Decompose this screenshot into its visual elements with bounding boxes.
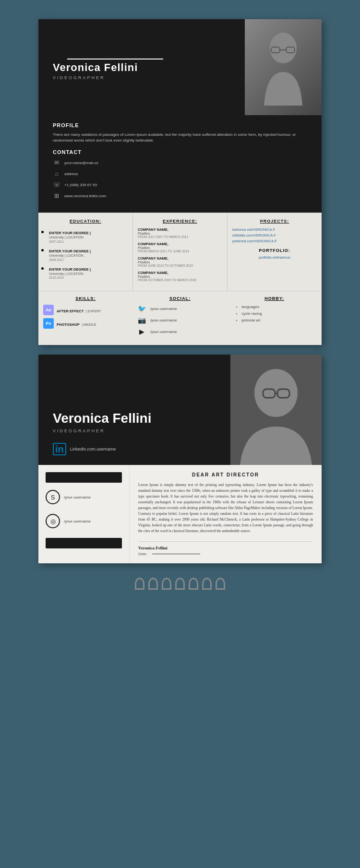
- skill-ps-level: | MIDDLE: [82, 323, 96, 326]
- cover-letter-text: Lorem Ipsum is simply dummy text of the …: [138, 482, 313, 534]
- edu-degree-3: ENTER YOUR DEGREE |: [49, 267, 128, 272]
- edu-sub-3: University | LOCATION: [49, 272, 128, 276]
- card2-title: VIDEOGRAPHER: [53, 428, 221, 433]
- linkedin-icon: in: [53, 443, 66, 455]
- card1-header-text: Veronica Fellini VIDEOGRAPHER: [38, 19, 245, 115]
- exp-company-4: COMPANY NAME,: [138, 271, 222, 275]
- card2-linkedin: in Linkedin.com.username: [53, 443, 221, 455]
- card2-right-panel: DEAR ART DIRECTOR Lorem Ipsum is simply …: [130, 465, 322, 563]
- education-list: ENTER YOUR DEGREE | University | LOCATIO…: [43, 227, 128, 279]
- edu-sub-2: University | LOCATION ,: [49, 253, 128, 258]
- twitter-username: /your-username: [150, 307, 177, 311]
- education-col: EDUCATION: ENTER YOUR DEGREE | Universit…: [38, 213, 133, 291]
- whatsapp-username: /your-username: [64, 519, 91, 523]
- exp-date-2: FROM MARCH 2011 TO JUNE 2013: [138, 250, 222, 253]
- instagram-username: /your-username: [150, 318, 177, 322]
- contact-address-text: address: [64, 172, 78, 176]
- website-icon: ⊞: [53, 192, 60, 200]
- ring-4: [175, 578, 185, 590]
- social-heading: SOCIAL:: [138, 296, 223, 301]
- card1-name: Veronica Fellini: [53, 61, 235, 74]
- email-icon: ✉: [53, 159, 60, 166]
- exp-position-4: Position,: [138, 275, 222, 278]
- skills-row: SKILLS: Ae AFTER EFFECT | EXPERT Ps: [38, 291, 322, 345]
- skype-icon: S: [46, 490, 60, 504]
- signature-name: Veronica Fellini: [138, 546, 313, 550]
- experience-col: EXPERIENCE: COMPANY NAME, Position, FROM…: [133, 213, 228, 291]
- ae-badge: Ae: [43, 305, 54, 315]
- edu-degree-1: ENTER YOUR DEGREE |: [49, 231, 128, 235]
- ps-badge: Ps: [43, 318, 54, 329]
- edu-item-2: ENTER YOUR DEGREE | University | LOCATIO…: [49, 246, 128, 262]
- profile-text: There are many variations of passages of…: [53, 132, 312, 143]
- signature-date: Date.: [138, 552, 313, 556]
- project-link-1[interactable]: behonce.net/VERONICA.F: [232, 227, 317, 232]
- exp-position-2: Position,: [138, 246, 222, 250]
- svg-point-0: [270, 33, 297, 63]
- resume-card-1: Veronica Fellini VIDEOGRAPHER PROFILE Th…: [38, 19, 322, 345]
- social-col: SOCIAL: 🐦 /your-username 📷 /your-usernam…: [133, 296, 228, 345]
- project-link-3[interactable]: pinterest.com/VERONICA.F: [232, 239, 317, 243]
- card2-body: S /your-username ◎ /your-username DEAR A…: [38, 465, 322, 563]
- signature-line: [152, 554, 200, 554]
- linkedin-text: Linkedin.com.username: [70, 447, 116, 452]
- whatsapp-icon: ◎: [46, 514, 60, 528]
- exp-item-2: COMPANY NAME, Position, FROM MARCH 2011 …: [138, 242, 222, 253]
- hobby-heading: HOBBY:: [232, 296, 317, 301]
- social-twitter: 🐦 /your-username: [138, 305, 223, 312]
- hobby-item-2: cycle racing: [241, 311, 317, 316]
- exp-company-3: COMPANY NAME,: [138, 256, 222, 261]
- exp-item-3: COMPANY NAME, Position, FROM JUNE 2013 T…: [138, 256, 222, 267]
- ring-1: [135, 578, 144, 590]
- skill-ae-name: AFTER EFFECT: [57, 309, 84, 313]
- edu-item-3: ENTER YOUR DEGREE | University | LOCATIO…: [49, 264, 128, 280]
- skill-ae: Ae AFTER EFFECT | EXPERT: [43, 305, 128, 315]
- youtube-icon: ▶: [138, 328, 146, 335]
- hobby-item-3: pictorial art: [241, 318, 317, 322]
- instagram-icon: 📷: [138, 316, 146, 324]
- dark-bar-bottom: [46, 538, 122, 548]
- twitter-icon: 🐦: [138, 305, 146, 312]
- phone-icon: ☏: [53, 181, 60, 189]
- photo-placeholder: [245, 19, 322, 115]
- ring-7: [216, 578, 225, 590]
- hobby-item-1: languages: [241, 305, 317, 309]
- exp-company-2: COMPANY NAME,: [138, 242, 222, 246]
- card2-name: Veronica Fellini: [53, 410, 221, 427]
- skill-ps-label: PHOTOSHOP | MIDDLE: [57, 319, 96, 328]
- edu-sub-1: University | LOCATION: [49, 235, 128, 240]
- portfolio-heading: PORTFOLIO:: [232, 248, 317, 253]
- profile-heading: PROFILE: [53, 122, 312, 128]
- hobby-col: HOBBY: languages cycle racing pictorial …: [227, 296, 322, 345]
- card2-header-left: Veronica Fellini VIDEOGRAPHER in Linkedi…: [38, 355, 230, 465]
- skills-col: SKILLS: Ae AFTER EFFECT | EXPERT Ps: [38, 296, 133, 345]
- exp-company-1: COMPANY NAME,: [138, 227, 222, 232]
- card1-photo: [245, 19, 322, 115]
- hobby-list: languages cycle racing pictorial art: [232, 305, 317, 322]
- resume-card-2: Veronica Fellini VIDEOGRAPHER in Linkedi…: [38, 355, 322, 563]
- contact-email: ✉ your.name@mail.us: [53, 159, 312, 166]
- education-heading: EDUCATION:: [43, 219, 128, 224]
- exp-date-4: FROM OCTOBER 2015 TO MARCH 2018: [138, 278, 222, 282]
- card2-social-skype: S /your-username: [46, 490, 122, 504]
- portfolio-link[interactable]: portfolio.net/rasmus: [232, 255, 317, 260]
- card2-header: Veronica Fellini VIDEOGRAPHER in Linkedi…: [38, 355, 322, 465]
- contact-website: ⊞ www.veronica.fellini.com: [53, 192, 312, 200]
- experience-heading: EXPERIENCE:: [138, 219, 222, 224]
- project-link-2[interactable]: dribbble.com/VERONICA.F: [232, 233, 317, 238]
- exp-item-4: COMPANY NAME, Position, FROM OCTOBER 201…: [138, 271, 222, 282]
- edu-date-2: 2009-2011: [49, 258, 128, 262]
- date-label: Date.: [138, 552, 147, 556]
- card1-title: VIDEOGRAPHER: [53, 75, 235, 80]
- whatsapp-icon-glyph: ◎: [50, 518, 56, 525]
- notebook-rings: [135, 578, 225, 595]
- skill-ps-name: PHOTOSHOP: [57, 322, 80, 327]
- card2-photo: [230, 355, 322, 465]
- skype-icon-glyph: S: [51, 494, 55, 501]
- contact-address: ⌂ address: [53, 170, 312, 178]
- contact-heading: CONTACT: [53, 149, 312, 155]
- skill-ae-label: AFTER EFFECT | EXPERT: [57, 306, 101, 314]
- exp-position-3: Position,: [138, 261, 222, 264]
- youtube-username: /your-username: [150, 330, 177, 334]
- skill-ae-level: | EXPERT: [86, 309, 101, 313]
